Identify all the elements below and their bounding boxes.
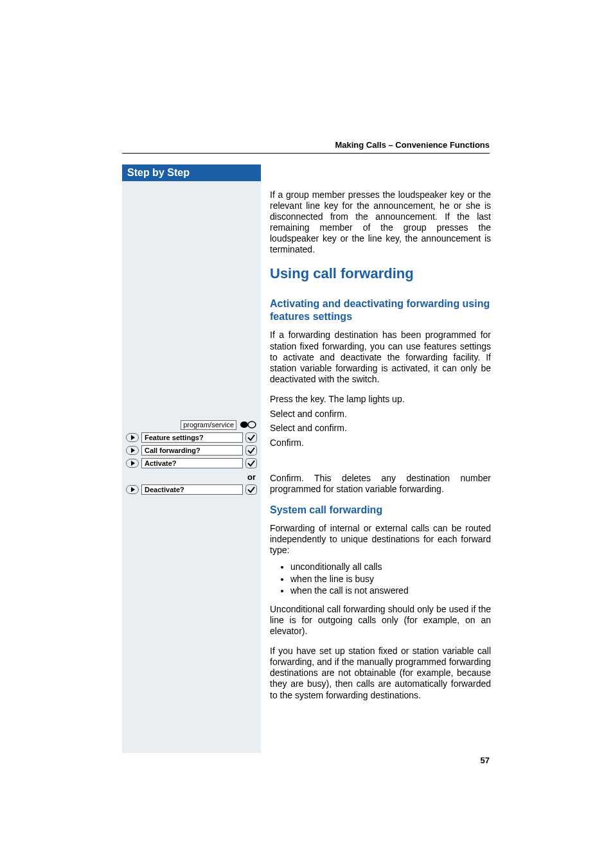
bullet-busy: when the line is busy bbox=[290, 573, 491, 585]
program-service-label: program/service bbox=[181, 420, 236, 430]
forwarding-type-list: unconditionally all calls when the line … bbox=[290, 561, 491, 596]
svg-rect-13 bbox=[246, 485, 257, 495]
svg-point-0 bbox=[240, 421, 248, 428]
svg-rect-7 bbox=[246, 446, 257, 456]
instr-confirm: Confirm. bbox=[270, 438, 491, 448]
svg-rect-10 bbox=[246, 459, 257, 468]
paragraph-forwarding-types: Forwarding of internal or external calls… bbox=[270, 523, 491, 556]
svg-marker-12 bbox=[131, 487, 135, 492]
header-rule bbox=[122, 153, 490, 154]
svg-rect-4 bbox=[246, 433, 257, 443]
scroll-arrow-icon bbox=[126, 433, 139, 442]
page: Making Calls – Convenience Functions Ste… bbox=[0, 0, 613, 868]
option-deactivate: Deactivate? bbox=[141, 484, 243, 495]
bullet-not-answered: when the call is not answered bbox=[290, 585, 491, 596]
sidebar-title: Step by Step bbox=[122, 164, 261, 181]
scroll-arrow-icon bbox=[126, 446, 139, 455]
step-program-service: program/service bbox=[122, 418, 261, 431]
confirm-check-icon bbox=[245, 484, 257, 495]
page-number: 57 bbox=[481, 756, 490, 765]
running-header: Making Calls – Convenience Functions bbox=[335, 140, 490, 150]
step-deactivate: Deactivate? bbox=[122, 483, 261, 496]
sidebar-content: program/service Feature settings? bbox=[122, 181, 261, 753]
confirm-check-icon bbox=[245, 458, 257, 468]
heading-using-call-forwarding: Using call forwarding bbox=[270, 265, 491, 282]
svg-point-1 bbox=[248, 421, 256, 428]
step-activate: Activate? bbox=[122, 457, 261, 470]
instr-select-confirm-1: Select and confirm. bbox=[270, 409, 491, 420]
option-feature-settings: Feature settings? bbox=[141, 432, 243, 443]
svg-marker-3 bbox=[131, 435, 135, 440]
heading-activating-deactivating: Activating and deactivating forwarding u… bbox=[270, 297, 491, 323]
instr-select-confirm-2: Select and confirm. bbox=[270, 423, 491, 434]
paragraph-unconditional-usage: Unconditional call forwarding should onl… bbox=[270, 604, 491, 637]
step-by-step-panel: Step by Step program/service bbox=[122, 164, 261, 753]
confirm-check-icon bbox=[245, 445, 257, 456]
option-activate: Activate? bbox=[141, 458, 243, 468]
scroll-arrow-icon bbox=[126, 485, 139, 494]
intro-paragraph: If a group member presses the loudspeake… bbox=[270, 190, 491, 255]
main-column: If a group member presses the loudspeake… bbox=[270, 190, 491, 710]
confirm-check-icon bbox=[245, 432, 257, 443]
svg-marker-6 bbox=[131, 448, 135, 453]
svg-marker-9 bbox=[131, 461, 135, 466]
step-call-forwarding: Call forwarding? bbox=[122, 444, 261, 457]
step-feature-settings: Feature settings? bbox=[122, 431, 261, 444]
heading-system-call-forwarding: System call forwarding bbox=[270, 504, 491, 517]
instr-press-key: Press the key. The lamp lights up. bbox=[270, 394, 491, 405]
instr-confirm-delete: Confirm. This deletes any destination nu… bbox=[270, 473, 491, 495]
step-or: or bbox=[122, 470, 261, 483]
paragraph-forwarding-destination: If a forwarding destination has been pro… bbox=[270, 330, 491, 384]
lamp-key-icon bbox=[239, 420, 257, 429]
option-call-forwarding: Call forwarding? bbox=[141, 445, 243, 456]
or-label: or bbox=[247, 472, 257, 482]
paragraph-system-destinations: If you have set up station fixed or stat… bbox=[270, 646, 491, 700]
bullet-unconditional: unconditionally all calls bbox=[290, 561, 491, 572]
scroll-arrow-icon bbox=[126, 459, 139, 468]
